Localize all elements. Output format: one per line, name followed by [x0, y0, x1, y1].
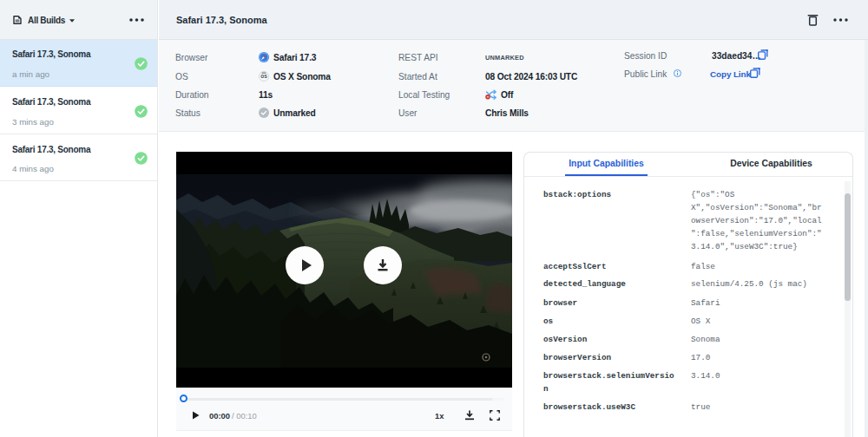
- svg-text:os: os: [260, 73, 267, 79]
